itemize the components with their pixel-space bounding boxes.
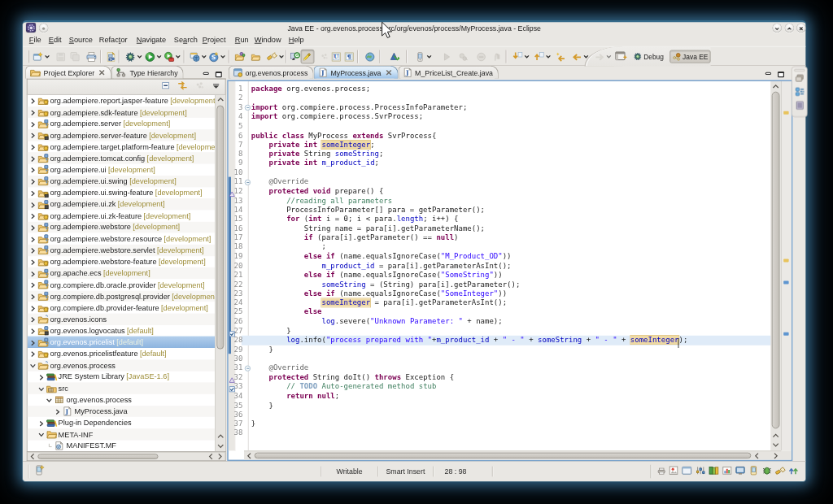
- tree-item-org-adempiere-sdk-feature[interactable]: org.adempiere.sdk-feature [development]: [28, 106, 215, 118]
- overview-marker[interactable]: [783, 281, 788, 285]
- chevron-right-icon[interactable]: [30, 328, 36, 333]
- chevron-right-icon[interactable]: [30, 339, 36, 345]
- external-tools-button[interactable]: [163, 50, 181, 64]
- chevron-right-icon[interactable]: [30, 259, 36, 264]
- chevron-right-icon[interactable]: [38, 374, 44, 380]
- menu-project[interactable]: Project: [203, 36, 226, 44]
- chevron-right-icon[interactable]: [30, 121, 36, 127]
- scroll-down-button[interactable]: [770, 441, 781, 450]
- chevron-right-icon[interactable]: [30, 133, 36, 138]
- tree-item-org-adempiere-server[interactable]: org.adempiere.server [development]: [28, 118, 215, 129]
- chevron-right-icon[interactable]: [30, 98, 36, 103]
- menu-source[interactable]: Source: [69, 36, 93, 44]
- menu-navigate[interactable]: Navigate: [137, 36, 166, 44]
- tree-item-org-compiere-db-oracle-provider[interactable]: org.compiere.db.oracle.provider [develop…: [28, 279, 215, 290]
- overview-marker[interactable]: [783, 111, 788, 115]
- open-implementation-button[interactable]: [233, 50, 246, 64]
- fold-marker[interactable]: [245, 179, 251, 185]
- arrows-view-button[interactable]: [788, 465, 800, 477]
- run-button[interactable]: [144, 50, 163, 64]
- tree-item-org-adempiere-ui-swing[interactable]: org.adempiere.ui.swing [development]: [28, 176, 215, 187]
- fastview-icon[interactable]: [34, 464, 45, 479]
- printer-view-button[interactable]: [657, 466, 665, 477]
- scroll-right-button[interactable]: [771, 451, 780, 459]
- scroll-left-button2[interactable]: [752, 451, 761, 459]
- tree-hscrollbar-thumb[interactable]: [37, 454, 158, 458]
- chevron-right-icon[interactable]: [30, 351, 36, 357]
- collapse-all-button[interactable]: [161, 80, 172, 93]
- chevron-right-icon[interactable]: [30, 271, 36, 276]
- debug-button[interactable]: [124, 50, 143, 64]
- search-button[interactable]: [266, 50, 285, 64]
- minimize-button[interactable]: [773, 24, 782, 33]
- tasklist-view-icon[interactable]: [794, 101, 805, 112]
- open-resource-button[interactable]: [250, 50, 262, 64]
- tree-scrollbar-thumb[interactable]: [216, 106, 224, 350]
- menu-search[interactable]: Search: [174, 36, 198, 44]
- close-button[interactable]: [796, 24, 805, 33]
- chevron-right-icon[interactable]: [30, 282, 36, 288]
- view-tab-type-hierarchy[interactable]: Type Hierarchy: [111, 66, 184, 79]
- chevron-right-icon[interactable]: [30, 144, 36, 150]
- menu-file[interactable]: File: [29, 36, 41, 44]
- scroll-down-button[interactable]: [216, 441, 225, 450]
- tree-item-org-evenos-process[interactable]: org.evenos.process: [28, 394, 215, 406]
- chevron-right-icon[interactable]: [30, 202, 36, 207]
- chevron-right-icon[interactable]: [30, 155, 36, 161]
- chevron-right-icon[interactable]: [30, 189, 36, 195]
- tree-horizontal-scrollbar[interactable]: [27, 452, 226, 461]
- chevron-right-icon[interactable]: [30, 293, 36, 299]
- scroll-up-button2[interactable]: [770, 431, 781, 440]
- tree-item-manifest-mf[interactable]: MANIFEST.MF: [28, 440, 215, 451]
- books-view-button[interactable]: [708, 465, 719, 477]
- view-tab-project-explorer[interactable]: Project Explorer: [25, 66, 111, 79]
- chevron-right-icon[interactable]: [30, 316, 36, 322]
- show-selected-element-button[interactable]: U: [330, 50, 342, 64]
- tree-item-meta-inf[interactable]: META-INF: [28, 428, 215, 440]
- editor-tab-myprocess-java[interactable]: JMyProcess.java: [314, 66, 399, 79]
- restore-view-icon[interactable]: [794, 73, 805, 85]
- tree-item-org-adempiere-webstore-feature[interactable]: org.adempiere.webstore-feature [developm…: [28, 256, 215, 267]
- previous-annotation-button[interactable]: [533, 50, 552, 64]
- fold-marker[interactable]: [245, 365, 251, 371]
- tree-item-org-adempiere-server-feature[interactable]: org.adempiere.server-feature [developmen…: [28, 129, 215, 141]
- window-view-button[interactable]: [682, 465, 693, 477]
- editor-hscrollbar-thumb[interactable]: [255, 453, 751, 458]
- chevron-right-icon[interactable]: [30, 178, 36, 184]
- print-button[interactable]: [85, 50, 98, 64]
- chevron-right-icon[interactable]: [30, 109, 36, 115]
- drag-handle[interactable]: [794, 69, 805, 72]
- next-annotation-button[interactable]: [512, 50, 530, 64]
- tree-item-org-adempiere-webstore-resource[interactable]: org.adempiere.webstore.resource [develop…: [28, 233, 215, 245]
- generate-model-button[interactable]: [105, 50, 117, 64]
- scroll-left-button[interactable]: [28, 453, 37, 461]
- menu-edit[interactable]: Edit: [49, 36, 62, 44]
- new-web-button[interactable]: [189, 50, 207, 64]
- open-browser-button[interactable]: [364, 50, 376, 64]
- mark-occurrences-button[interactable]: [300, 50, 314, 64]
- link-with-editor-button[interactable]: [177, 80, 189, 93]
- image-view-button[interactable]: [668, 465, 679, 477]
- tree-item-org-adempiere-ui-zk-feature[interactable]: org.adempiere.ui.zk-feature [development…: [28, 210, 215, 221]
- minimize-editor-icon[interactable]: [765, 69, 773, 80]
- new-button[interactable]: [32, 50, 50, 64]
- menu-refactor[interactable]: Refactor: [99, 36, 128, 44]
- editor-vertical-scrollbar[interactable]: [770, 81, 781, 450]
- scroll-left-button[interactable]: [245, 451, 254, 459]
- overview-marker[interactable]: [783, 259, 788, 263]
- chevron-right-icon[interactable]: [30, 305, 36, 311]
- monitor-view-button[interactable]: [735, 465, 746, 477]
- tree-item-org-evenos-logvocatus[interactable]: org.evenos.logvocatus [default]: [28, 325, 215, 337]
- chevron-right-icon[interactable]: [30, 213, 36, 219]
- tree-item-org-compiere-db-postgresql-provider[interactable]: org.compiere.db.postgresql.provider [dev…: [28, 290, 215, 302]
- perspective-java-ee[interactable]: Java EE: [669, 50, 710, 63]
- tree-item-plug-in-dependencies[interactable]: Plug-in Dependencies: [28, 417, 215, 428]
- tree-item-org-compiere-db-provider-feature[interactable]: org.compiere.db.provider-feature [develo…: [28, 302, 215, 314]
- close-tab-icon[interactable]: [98, 69, 106, 76]
- chevron-right-icon[interactable]: [55, 408, 60, 414]
- editor-tab-m-pricelist-create-java[interactable]: JM_PriceList_Create.java: [398, 66, 499, 79]
- editor-scrollbar-thumb[interactable]: [772, 92, 780, 428]
- toggle-mark-occurrences-button[interactable]: G: [289, 50, 301, 64]
- tree-item-org-adempiere-ui-zk[interactable]: org.adempiere.ui.zk [development]: [28, 198, 215, 210]
- maximize-button[interactable]: [785, 24, 794, 33]
